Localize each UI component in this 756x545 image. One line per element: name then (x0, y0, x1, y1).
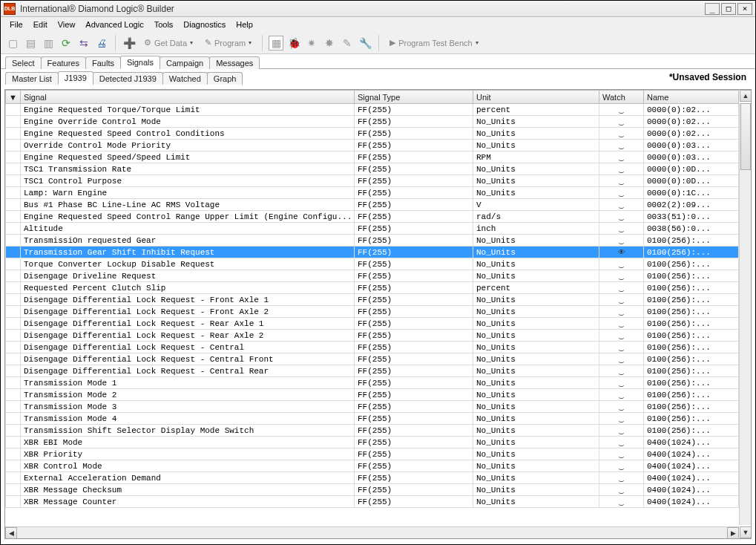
menu-tools[interactable]: Tools (150, 19, 178, 30)
watch-toggle[interactable]: ‿ (599, 199, 644, 211)
table-row[interactable]: Transmission Mode 3FF(255)No_Units‿0100(… (6, 401, 739, 413)
watch-toggle[interactable]: ‿ (599, 282, 644, 294)
table-row[interactable]: Disengage Differential Lock Request - Fr… (6, 306, 739, 318)
watch-toggle[interactable]: ‿ (599, 318, 644, 330)
watch-toggle[interactable]: ‿ (599, 342, 644, 353)
scroll-left-button[interactable]: ◀ (5, 527, 17, 539)
watch-toggle[interactable]: ‿ (599, 211, 644, 223)
table-row[interactable]: Torque Converter Lockup Disable RequestF… (6, 258, 739, 270)
watch-toggle[interactable]: ‿ (599, 437, 644, 448)
watch-toggle[interactable]: ‿ (599, 389, 644, 401)
table-row[interactable]: Requested Percent Clutch SlipFF(255)perc… (6, 282, 739, 294)
watch-toggle[interactable]: ‿ (599, 425, 644, 437)
table-row[interactable]: Engine Requested Speed Control Condition… (6, 128, 739, 140)
watch-toggle[interactable]: 👁 (599, 247, 644, 258)
tab-signals[interactable]: Signals (120, 56, 160, 69)
subtab-master-list[interactable]: Master List (5, 72, 59, 85)
refresh-icon[interactable]: ⟳ (59, 36, 73, 50)
wrench-icon[interactable]: 🔧 (358, 36, 372, 50)
watch-toggle[interactable]: ‿ (599, 258, 644, 270)
header-signal[interactable]: Signal (21, 91, 355, 104)
table-row[interactable]: Transmission Mode 2FF(255)No_Units‿0100(… (6, 389, 739, 401)
table-row[interactable]: Disengage Differential Lock Request - Re… (6, 330, 739, 342)
table-row[interactable]: Transmission Shift Selector Display Mode… (6, 425, 739, 437)
watch-toggle[interactable]: ‿ (599, 496, 644, 508)
bug3-icon[interactable]: ✸ (322, 36, 337, 50)
watch-toggle[interactable]: ‿ (599, 163, 644, 175)
program-button[interactable]: ✎ Program ▾ (200, 35, 256, 51)
save-icon[interactable]: ▥ (41, 36, 56, 50)
header-signal-type[interactable]: Signal Type (355, 91, 473, 104)
table-row[interactable]: AltitudeFF(255)inch‿0038(56):0... (6, 223, 739, 235)
table-row[interactable]: Disengage Differential Lock Request - Ce… (6, 342, 739, 353)
table-row[interactable]: XBR Control ModeFF(255)No_Units‿0400(102… (6, 460, 739, 472)
watch-toggle[interactable]: ‿ (599, 484, 644, 496)
bug2-icon[interactable]: ✷ (304, 36, 319, 50)
table-row[interactable]: Disengage Differential Lock Request - Re… (6, 318, 739, 330)
scroll-thumb[interactable] (740, 103, 751, 170)
table-row[interactable]: Engine Requested Speed Control Range Upp… (6, 211, 739, 223)
table-row[interactable]: Engine Requested Speed/Speed LimitFF(255… (6, 151, 739, 163)
watch-toggle[interactable]: ‿ (599, 448, 644, 460)
menu-help[interactable]: Help (231, 19, 257, 30)
watch-toggle[interactable]: ‿ (599, 353, 644, 365)
sync-icon[interactable]: ⇆ (76, 36, 91, 50)
table-row[interactable]: TSC1 Control PurposeFF(255)No_Units‿0000… (6, 175, 739, 187)
watch-toggle[interactable]: ‿ (599, 235, 644, 247)
tab-faults[interactable]: Faults (85, 56, 121, 69)
tab-messages[interactable]: Messages (209, 56, 260, 69)
menu-file[interactable]: File (5, 19, 27, 30)
table-row[interactable]: Lamp: Warn EngineFF(255)No_Units‿0000(0)… (6, 187, 739, 199)
header-watch[interactable]: Watch (599, 91, 644, 104)
watch-toggle[interactable]: ‿ (599, 294, 644, 306)
menu-edit[interactable]: Edit (29, 19, 52, 30)
subtab-watched[interactable]: Watched (162, 72, 208, 85)
table-row[interactable]: Engine Requested Torque/Torque LimitFF(2… (6, 104, 739, 116)
table-row[interactable]: Bus #1 Phase BC Line-Line AC RMS Voltage… (6, 199, 739, 211)
maximize-button[interactable]: □ (721, 3, 736, 15)
scroll-down-button[interactable]: ▼ (740, 526, 752, 538)
watch-toggle[interactable]: ‿ (599, 413, 644, 425)
watch-toggle[interactable]: ‿ (599, 175, 644, 187)
watch-toggle[interactable]: ‿ (599, 128, 644, 140)
table-row[interactable]: XBR PriorityFF(255)No_Units‿0400(1024)..… (6, 448, 739, 460)
watch-toggle[interactable]: ‿ (599, 223, 644, 235)
table-row[interactable]: Disengage Differential Lock Request - Ce… (6, 353, 739, 365)
close-button[interactable]: × (737, 3, 752, 15)
watch-toggle[interactable]: ‿ (599, 270, 644, 282)
watch-toggle[interactable]: ‿ (599, 306, 644, 318)
header-name[interactable]: Name (644, 91, 739, 104)
table-row[interactable]: TSC1 Transmission RateFF(255)No_Units‿00… (6, 163, 739, 175)
watch-toggle[interactable]: ‿ (599, 401, 644, 413)
table-row[interactable]: XBR Message CounterFF(255)No_Units‿0400(… (6, 496, 739, 508)
tab-campaign[interactable]: Campaign (160, 56, 210, 69)
watch-toggle[interactable]: ‿ (599, 104, 644, 116)
get-data-button[interactable]: ⚙ Get Data ▾ (139, 35, 197, 51)
watch-toggle[interactable]: ‿ (599, 472, 644, 484)
scroll-up-button[interactable]: ▲ (740, 90, 752, 102)
table-row[interactable]: Transmission Mode 4FF(255)No_Units‿0100(… (6, 413, 739, 425)
edit-icon[interactable]: ✎ (340, 36, 355, 50)
table-row[interactable]: Engine Override Control ModeFF(255)No_Un… (6, 116, 739, 128)
vertical-scrollbar[interactable]: ▲ ▼ (739, 103, 751, 525)
new-icon[interactable]: ▢ (5, 36, 20, 50)
table-row[interactable]: External Acceleration DemandFF(255)No_Un… (6, 472, 739, 484)
table-row[interactable]: XBR Message ChecksumFF(255)No_Units‿0400… (6, 484, 739, 496)
watch-toggle[interactable]: ‿ (599, 460, 644, 472)
subtab-j1939[interactable]: J1939 (58, 71, 93, 85)
table-row[interactable]: Override Control Mode PriorityFF(255)No_… (6, 140, 739, 151)
watch-toggle[interactable]: ‿ (599, 330, 644, 342)
watch-toggle[interactable]: ‿ (599, 151, 644, 163)
watch-toggle[interactable]: ‿ (599, 140, 644, 151)
scroll-right-button[interactable]: ▶ (727, 527, 739, 539)
subtab-detected[interactable]: Detected J1939 (93, 72, 163, 85)
print-icon[interactable]: 🖨 (94, 36, 109, 50)
add-icon[interactable]: ➕ (122, 36, 137, 50)
test-bench-button[interactable]: ▶ Program Test Bench ▾ (385, 35, 482, 51)
filter-button[interactable]: ▼ (6, 91, 21, 104)
menu-view[interactable]: View (53, 19, 80, 30)
tab-select[interactable]: Select (5, 56, 42, 69)
tab-features[interactable]: Features (41, 56, 86, 69)
page-icon[interactable]: ▦ (269, 36, 283, 50)
bug1-icon[interactable]: 🐞 (286, 36, 301, 50)
